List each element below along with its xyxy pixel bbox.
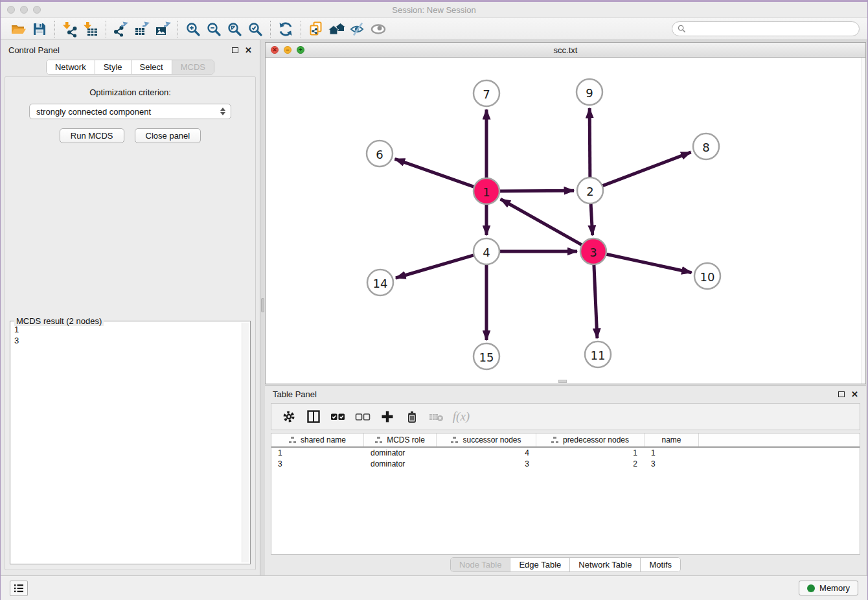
- column-header-predecessor-nodes[interactable]: predecessor nodes: [536, 433, 645, 446]
- memory-button[interactable]: Memory: [799, 581, 858, 595]
- function-builder-button[interactable]: f(x): [450, 406, 472, 428]
- tab-network[interactable]: Network: [47, 60, 95, 74]
- graph-edge-1-2[interactable]: [498, 190, 574, 191]
- table-row[interactable]: 1 dominator 4 1 1: [271, 448, 860, 459]
- delete-table-button[interactable]: [426, 406, 448, 428]
- tab-motifs[interactable]: Motifs: [640, 558, 680, 571]
- column-header-shared-name[interactable]: shared name: [271, 433, 364, 446]
- graph-edge-4-14[interactable]: [396, 255, 475, 278]
- cell-shared-name[interactable]: 3: [271, 459, 364, 470]
- table-settings-button[interactable]: [278, 406, 300, 428]
- import-table-button[interactable]: [80, 19, 101, 39]
- clone-network-button[interactable]: [306, 19, 326, 39]
- graph-edge-2-3[interactable]: [591, 202, 593, 235]
- search-input[interactable]: [689, 25, 854, 34]
- memory-label: Memory: [819, 583, 850, 593]
- cell-successor-nodes[interactable]: 4: [437, 448, 536, 459]
- cell-predecessor-nodes[interactable]: 1: [536, 448, 645, 459]
- graph-edge-3-10[interactable]: [605, 254, 692, 273]
- search-field[interactable]: [672, 21, 860, 36]
- refresh-view-button[interactable]: [275, 19, 296, 39]
- network-horizontal-scroll-thumb[interactable]: [558, 380, 567, 383]
- panel-splitter[interactable]: [260, 40, 265, 575]
- graph-edge-3-11[interactable]: [594, 263, 597, 338]
- close-panel-icon[interactable]: ✕: [245, 46, 252, 54]
- zoom-selected-button[interactable]: [245, 19, 266, 39]
- control-panel: Control Panel ✕ Network Style Select MCD…: [1, 40, 260, 575]
- cell-mcds-role[interactable]: dominator: [364, 448, 437, 459]
- optimization-criterion-dropdown[interactable]: strongly connected component: [29, 104, 231, 119]
- deselect-all-columns-button[interactable]: [352, 406, 374, 428]
- float-panel-icon[interactable]: [232, 47, 238, 53]
- graph-edge-2-9[interactable]: [589, 108, 590, 179]
- float-table-panel-icon[interactable]: [838, 391, 845, 397]
- cell-name[interactable]: 1: [645, 448, 699, 459]
- tab-node-table[interactable]: Node Table: [451, 558, 510, 571]
- cell-name[interactable]: 3: [645, 459, 699, 470]
- tab-edge-table[interactable]: Edge Table: [510, 558, 569, 571]
- network-minimize-button[interactable]: −: [284, 46, 291, 54]
- export-network-button[interactable]: [111, 19, 131, 39]
- open-session-button[interactable]: [8, 19, 29, 39]
- cell-predecessor-nodes[interactable]: 2: [536, 459, 645, 470]
- clone-network-icon: [308, 21, 325, 38]
- main-region: Control Panel ✕ Network Style Select MCD…: [1, 40, 867, 575]
- table-row[interactable]: 3 dominator 3 2 3: [271, 459, 860, 470]
- mcds-result-line: 1: [14, 324, 241, 335]
- checked-boxes-icon: [330, 410, 347, 424]
- network-graph[interactable]: 7968124314101511: [266, 58, 865, 384]
- graph-edge-3-1[interactable]: [501, 199, 584, 246]
- result-scrollbar[interactable]: [242, 323, 249, 562]
- split-columns-button[interactable]: [303, 406, 325, 428]
- application-window: Session: New Session: [0, 0, 868, 600]
- import-network-button[interactable]: [60, 19, 80, 39]
- graph-node-label: 7: [483, 87, 490, 101]
- export-image-button[interactable]: [152, 19, 173, 39]
- tab-mcds[interactable]: MCDS: [172, 60, 214, 74]
- graph-node-label: 1: [483, 185, 490, 199]
- tab-network-table[interactable]: Network Table: [569, 558, 640, 571]
- zoom-fit-icon: [226, 21, 243, 38]
- hide-graphics-details-button[interactable]: [347, 19, 368, 39]
- workspace-column: scc.txt ✕ − + 7968124314101511 Table Pan…: [265, 40, 867, 575]
- tab-style[interactable]: Style: [95, 60, 131, 74]
- toolbar-separator: [177, 21, 178, 38]
- mcds-result-list[interactable]: 1 3: [14, 324, 241, 562]
- task-history-button[interactable]: [10, 581, 28, 596]
- graph-edge-2-8[interactable]: [601, 152, 691, 187]
- network-canvas[interactable]: 7968124314101511: [266, 58, 865, 384]
- zoom-fit-button[interactable]: [224, 19, 245, 39]
- graph-node-label: 14: [373, 277, 388, 290]
- column-type-icon: [551, 437, 559, 443]
- select-all-columns-button[interactable]: [327, 406, 349, 428]
- network-vertical-scrollbar[interactable]: [861, 58, 865, 384]
- cell-successor-nodes[interactable]: 3: [437, 459, 536, 470]
- graph-node-label: 6: [376, 148, 383, 161]
- add-column-button[interactable]: [376, 406, 398, 428]
- run-mcds-button[interactable]: Run MCDS: [60, 128, 124, 143]
- column-header-mcds-role[interactable]: MCDS role: [364, 433, 437, 446]
- zoom-out-button[interactable]: [203, 19, 224, 39]
- close-table-panel-icon[interactable]: ✕: [851, 390, 858, 398]
- export-table-button[interactable]: [131, 19, 152, 39]
- network-close-button[interactable]: ✕: [271, 46, 279, 54]
- search-area: [672, 21, 860, 36]
- network-window-titlebar[interactable]: scc.txt ✕ − +: [266, 43, 865, 58]
- save-session-button[interactable]: [29, 19, 50, 39]
- export-table-icon: [133, 21, 150, 38]
- network-maximize-button[interactable]: +: [297, 46, 304, 54]
- graph-edge-1-6[interactable]: [395, 159, 475, 187]
- delete-column-button[interactable]: [401, 406, 423, 428]
- home-layout-button[interactable]: [326, 19, 347, 39]
- close-panel-button[interactable]: Close panel: [135, 128, 201, 143]
- plus-icon: [380, 410, 394, 424]
- tab-select[interactable]: Select: [131, 60, 172, 74]
- cell-mcds-role[interactable]: dominator: [364, 459, 437, 470]
- column-header-name[interactable]: name: [645, 433, 699, 446]
- zoom-in-button[interactable]: [183, 19, 203, 39]
- toolbar-separator: [270, 21, 271, 38]
- show-graphics-details-button[interactable]: [368, 19, 389, 39]
- column-header-successor-nodes[interactable]: successor nodes: [437, 433, 536, 446]
- cell-shared-name[interactable]: 1: [271, 448, 364, 459]
- graph-node-label: 15: [479, 351, 494, 364]
